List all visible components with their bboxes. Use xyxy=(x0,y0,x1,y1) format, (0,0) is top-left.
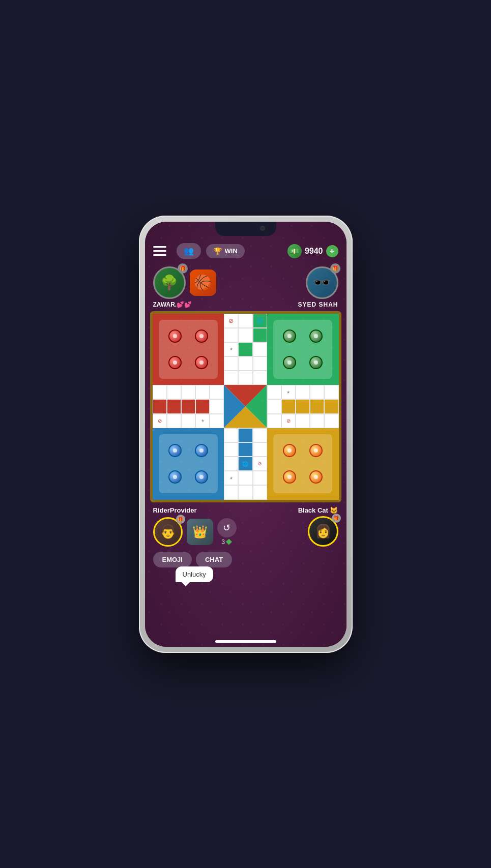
cell xyxy=(310,414,324,428)
home-indicator xyxy=(215,640,276,643)
path-left xyxy=(153,385,224,428)
cell xyxy=(253,442,267,457)
top-left-avatar-emoji: 🌳 xyxy=(160,274,178,291)
blue-token-1 xyxy=(168,444,182,457)
notch xyxy=(215,222,276,236)
cell xyxy=(310,385,324,399)
cell xyxy=(224,457,238,471)
menu-button[interactable] xyxy=(153,242,171,260)
bottom-left-card: 👑 xyxy=(187,519,213,545)
cell xyxy=(224,428,238,442)
blue-token-4 xyxy=(195,470,208,484)
chat-button[interactable]: CHAT xyxy=(196,552,232,567)
cell xyxy=(267,414,281,428)
bottom-right-avatar-wrap: 👩 🎁 xyxy=(308,516,338,547)
cell-yellow xyxy=(281,399,296,413)
coins-area: 💵 9940 + xyxy=(287,244,338,258)
cell xyxy=(238,328,252,342)
undo-button[interactable]: ↺ 3 xyxy=(217,518,237,546)
cell xyxy=(238,356,252,371)
yellow-token-2 xyxy=(309,444,323,457)
phone-frame: 👥 🏆 WIN 💵 9940 + xyxy=(139,216,353,653)
cell-green: 🌐 xyxy=(253,314,267,328)
top-left-gift-badge: 🎁 xyxy=(178,263,188,274)
home-red xyxy=(153,314,224,385)
game-screen: 👥 🏆 WIN 💵 9940 + xyxy=(145,222,346,647)
top-left-avatar-wrap: 🌳 🎁 xyxy=(153,266,186,299)
friends-button[interactable]: 👥 xyxy=(177,243,201,259)
home-yellow xyxy=(267,428,339,500)
bottom-section: Unlucky RiderProvider 👨 🎁 xyxy=(145,503,346,637)
camera xyxy=(260,226,265,231)
win-label: WIN xyxy=(225,247,238,255)
path-top: ⊘ 🌐 xyxy=(224,314,267,385)
cell-blue: 🌐 xyxy=(238,457,252,471)
cell xyxy=(181,385,195,399)
cell-star xyxy=(195,414,210,428)
bottom-right-name: Black Cat 🐱 xyxy=(298,506,338,514)
cell-star xyxy=(281,385,296,399)
cell-block xyxy=(153,414,167,428)
cell xyxy=(238,371,252,385)
cell xyxy=(253,485,267,499)
undo-circle[interactable]: ↺ xyxy=(217,518,237,537)
chat-bubble-text: Unlucky xyxy=(183,571,206,578)
action-buttons: EMOJI CHAT xyxy=(145,552,346,567)
green-token-4 xyxy=(309,356,323,369)
center-piece xyxy=(224,385,267,428)
path-right xyxy=(267,385,339,428)
cell-red xyxy=(167,399,181,413)
cell xyxy=(253,371,267,385)
cell xyxy=(238,314,252,328)
cell-star xyxy=(224,342,238,356)
ludo-board-container: ⊘ 🌐 xyxy=(150,311,341,502)
cell-block xyxy=(281,414,296,428)
top-right-avatar-emoji: 🕶️ xyxy=(313,274,331,291)
cell xyxy=(238,471,252,485)
cell xyxy=(181,414,195,428)
bottom-left-player: RiderProvider 👨 🎁 👑 xyxy=(153,506,237,547)
cell xyxy=(324,385,338,399)
add-coins-button[interactable]: + xyxy=(326,245,338,257)
cell xyxy=(238,485,252,499)
emoji-button[interactable]: EMOJI xyxy=(153,552,192,567)
cell-yellow xyxy=(296,399,310,413)
cell xyxy=(224,485,238,499)
red-token-3 xyxy=(168,356,182,369)
green-token-2 xyxy=(309,330,323,343)
bottom-left-avatar-emoji: 👨 xyxy=(160,524,176,540)
bottom-right-gift: 🎁 xyxy=(332,514,341,523)
yellow-token-4 xyxy=(309,470,323,484)
win-button[interactable]: 🏆 WIN xyxy=(206,244,245,258)
red-token-4 xyxy=(195,356,208,369)
cell-yellow xyxy=(310,399,324,413)
bottom-left-icons: 👨 🎁 👑 ↺ xyxy=(153,517,237,547)
gem-icon xyxy=(226,539,232,545)
undo-count: 3 xyxy=(221,538,232,546)
red-token-2 xyxy=(195,330,208,343)
cell xyxy=(224,371,238,385)
cell-green xyxy=(253,328,267,342)
cell xyxy=(253,342,267,356)
cell xyxy=(296,414,310,428)
ludo-board: ⊘ 🌐 xyxy=(152,313,340,501)
cell-blue xyxy=(238,428,252,442)
cell xyxy=(210,399,224,413)
cell xyxy=(296,385,310,399)
undo-number: 3 xyxy=(221,538,225,546)
cell xyxy=(267,385,281,399)
top-right-gift-badge: 🎁 xyxy=(330,263,340,274)
phone-screen: 👥 🏆 WIN 💵 9940 + xyxy=(145,222,346,647)
trophy-icon: 🏆 xyxy=(213,247,222,255)
cell xyxy=(167,385,181,399)
path-bottom: 🌐 ⊘ xyxy=(224,428,267,500)
cell xyxy=(210,414,224,428)
cell xyxy=(167,414,181,428)
top-right-avatar-wrap: 🕶️ 🎁 xyxy=(306,266,338,299)
top-left-card: 🏀 xyxy=(190,270,216,296)
cell xyxy=(153,385,167,399)
home-green xyxy=(267,314,339,385)
cell-star xyxy=(224,471,238,485)
cell: ⊘ xyxy=(224,314,238,328)
red-token-1 xyxy=(168,330,182,343)
